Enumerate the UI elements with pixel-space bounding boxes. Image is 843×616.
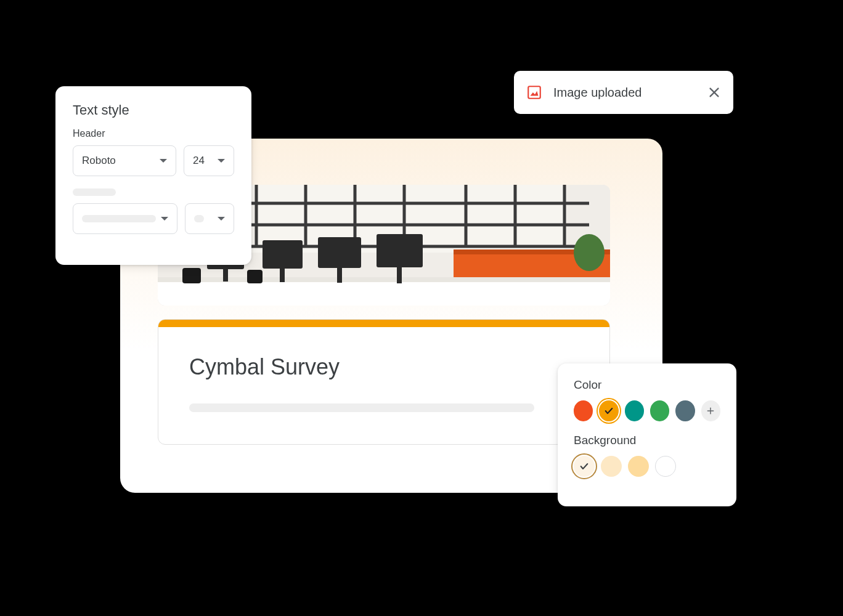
card-accent-bar (158, 320, 609, 327)
font-size-select[interactable]: 24 (184, 145, 234, 176)
chevron-down-icon (160, 159, 167, 163)
survey-description-placeholder[interactable] (189, 403, 534, 412)
background-swatch-0[interactable] (574, 456, 595, 477)
image-icon (526, 84, 542, 100)
svg-rect-20 (280, 269, 285, 282)
font-select-value: Roboto (82, 155, 116, 167)
svg-rect-15 (158, 280, 610, 306)
theme-color-row (574, 400, 720, 421)
svg-rect-26 (182, 268, 201, 283)
color-panel: Color Background (558, 363, 736, 506)
background-swatch-2[interactable] (628, 456, 649, 477)
upload-toast: Image uploaded (514, 71, 733, 114)
background-swatch-3[interactable] (655, 456, 676, 477)
svg-rect-24 (397, 267, 402, 283)
secondary-label-placeholder (73, 188, 116, 196)
svg-rect-18 (223, 269, 228, 282)
font-size-value: 24 (193, 155, 205, 167)
survey-title-card: Cymbal Survey (158, 319, 610, 445)
svg-rect-19 (263, 240, 303, 269)
color-label: Color (574, 378, 720, 392)
add-color-button[interactable] (701, 400, 720, 421)
placeholder-value (82, 215, 156, 222)
color-swatch-0[interactable] (574, 400, 593, 421)
close-icon[interactable] (707, 86, 721, 99)
survey-title[interactable]: Cymbal Survey (158, 327, 609, 380)
text-style-panel: Text style Header Roboto 24 (55, 86, 251, 265)
chevron-down-icon (218, 217, 225, 221)
svg-rect-21 (318, 237, 361, 268)
background-label: Background (574, 434, 720, 447)
color-swatch-3[interactable] (650, 400, 669, 421)
svg-rect-22 (337, 268, 342, 283)
color-swatch-4[interactable] (675, 400, 694, 421)
svg-marker-29 (531, 91, 539, 96)
font-select[interactable]: Roboto (73, 145, 176, 176)
placeholder-value (194, 215, 204, 222)
secondary-font-select[interactable] (73, 203, 177, 234)
toast-message: Image uploaded (553, 86, 696, 100)
svg-point-25 (574, 234, 605, 271)
background-color-row (574, 456, 720, 477)
header-label: Header (73, 128, 234, 139)
svg-rect-28 (528, 86, 540, 99)
color-swatch-2[interactable] (625, 400, 644, 421)
text-style-title: Text style (73, 102, 234, 118)
svg-rect-27 (247, 270, 263, 283)
secondary-size-select[interactable] (185, 203, 234, 234)
chevron-down-icon (161, 217, 168, 221)
svg-rect-23 (377, 234, 423, 267)
chevron-down-icon (218, 159, 225, 163)
color-swatch-1[interactable] (599, 400, 618, 421)
background-swatch-1[interactable] (601, 456, 622, 477)
